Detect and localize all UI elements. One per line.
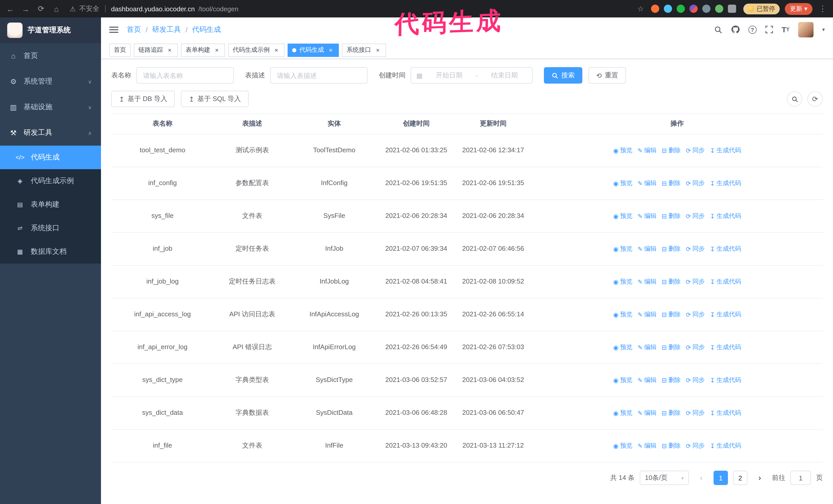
sidebar-item-db-doc[interactable]: ▦ 数据库文档 [0,240,101,264]
kebab-menu-icon[interactable]: ⋮ [818,4,828,13]
reset-button[interactable]: ⟲ 重置 [589,67,626,83]
tab-codegen[interactable]: 代码生成 × [288,43,339,57]
action-download-link[interactable]: ↧生成代码 [710,310,741,319]
action-sync-link[interactable]: ⟳同步 [686,211,705,221]
action-eye-link[interactable]: ◉预览 [613,178,632,188]
action-sync-link[interactable]: ⟳同步 [686,408,705,418]
action-edit-link[interactable]: ✎编辑 [638,310,657,319]
sidebar-item-system[interactable]: ⚙ 系统管理 ∨ [0,69,101,94]
toggle-search-button[interactable] [787,91,802,106]
action-edit-link[interactable]: ✎编辑 [638,408,657,418]
extensions-puzzle-icon[interactable] [728,5,736,13]
sidebar-item-system-api[interactable]: ⇌ 系统接口 [0,216,101,240]
table-name-input[interactable] [136,67,234,83]
import-db-button[interactable]: ↥ 基于 DB 导入 [111,91,175,107]
action-eye-link[interactable]: ◉预览 [613,408,632,418]
action-edit-link[interactable]: ✎编辑 [638,178,657,188]
paused-extension-badge[interactable]: 已暂停 [743,3,780,14]
action-sync-link[interactable]: ⟳同步 [686,244,705,254]
goto-page-input[interactable] [790,471,811,485]
action-edit-link[interactable]: ✎编辑 [638,211,657,221]
action-trash-link[interactable]: ⊟删除 [662,441,681,451]
page-button-1[interactable]: 1 [714,471,728,485]
action-eye-link[interactable]: ◉预览 [613,277,632,287]
action-sync-link[interactable]: ⟳同步 [686,146,705,155]
action-download-link[interactable]: ↧生成代码 [710,408,741,418]
action-trash-link[interactable]: ⊟删除 [662,178,681,188]
action-download-link[interactable]: ↧生成代码 [710,211,741,221]
action-edit-link[interactable]: ✎编辑 [638,441,657,451]
action-eye-link[interactable]: ◉预览 [613,244,632,254]
sidebar-item-devtools[interactable]: ⚒ 研发工具 ∧ [0,120,101,146]
logo[interactable]: 芋道管理系统 [0,18,101,43]
page-button-2[interactable]: 2 [733,471,747,485]
breadcrumb-codegen[interactable]: 代码生成 [192,25,221,34]
extension-icon-2[interactable] [664,5,672,13]
address-bar[interactable]: ⚠ 不安全 dashboard.yudao.iocoder.cn/tool/co… [67,4,644,13]
action-trash-link[interactable]: ⊟删除 [662,408,681,418]
avatar-caret-icon[interactable]: ▾ [822,27,825,32]
next-page-button[interactable]: › [753,471,767,485]
close-icon[interactable]: × [273,46,280,54]
forward-icon[interactable]: → [21,4,31,13]
table-desc-input[interactable] [270,67,367,83]
action-eye-link[interactable]: ◉预览 [613,375,632,385]
help-icon[interactable]: ? [748,25,756,33]
action-sync-link[interactable]: ⟳同步 [686,277,705,287]
close-icon[interactable]: × [374,46,381,54]
action-trash-link[interactable]: ⊟删除 [662,146,681,155]
close-icon[interactable]: × [213,46,220,54]
action-edit-link[interactable]: ✎编辑 [638,342,657,352]
github-icon[interactable] [731,25,739,34]
import-sql-button[interactable]: ↥ 基于 SQL 导入 [181,91,248,107]
action-download-link[interactable]: ↧生成代码 [710,375,741,385]
fullscreen-icon[interactable] [765,26,773,33]
sidebar-toggle-icon[interactable] [109,26,118,32]
back-icon[interactable]: ← [5,4,15,13]
close-icon[interactable]: × [327,46,334,54]
action-eye-link[interactable]: ◉预览 [613,441,632,451]
breadcrumb-devtools[interactable]: 研发工具 [152,25,181,34]
action-eye-link[interactable]: ◉预览 [613,310,632,319]
tab-codegen-demo[interactable]: 代码生成示例 × [228,43,285,57]
refresh-button[interactable]: ⟳ [807,91,823,106]
action-trash-link[interactable]: ⊟删除 [662,375,681,385]
action-download-link[interactable]: ↧生成代码 [710,342,741,352]
action-edit-link[interactable]: ✎编辑 [638,277,657,287]
action-download-link[interactable]: ↧生成代码 [710,178,741,188]
action-sync-link[interactable]: ⟳同步 [686,310,705,319]
action-eye-link[interactable]: ◉预览 [613,146,632,155]
action-download-link[interactable]: ↧生成代码 [710,441,741,451]
tab-form-builder[interactable]: 表单构建 × [181,43,225,57]
extension-icon-1[interactable] [651,5,659,13]
chrome-update-button[interactable]: 更新 ▾ [785,3,812,15]
sidebar-item-home[interactable]: ⌂ 首页 [0,43,101,69]
home-nav-icon[interactable]: ⌂ [51,4,62,13]
action-trash-link[interactable]: ⊟删除 [662,342,681,352]
action-trash-link[interactable]: ⊟删除 [662,211,681,221]
search-icon[interactable] [714,25,722,33]
reload-icon[interactable]: ⟳ [36,4,46,13]
avatar[interactable] [798,22,813,37]
action-sync-link[interactable]: ⟳同步 [686,178,705,188]
action-sync-link[interactable]: ⟳同步 [686,441,705,451]
security-label[interactable]: 不安全 [79,4,99,13]
font-size-icon[interactable]: TT [782,25,789,34]
extension-icon-6[interactable] [715,5,723,13]
action-download-link[interactable]: ↧生成代码 [710,146,741,155]
sidebar-item-codegen-demo[interactable]: ◈ 代码生成示例 [0,169,101,193]
action-trash-link[interactable]: ⊟删除 [662,310,681,319]
action-trash-link[interactable]: ⊟删除 [662,277,681,287]
action-download-link[interactable]: ↧生成代码 [710,277,741,287]
action-trash-link[interactable]: ⊟删除 [662,244,681,254]
sidebar-item-codegen[interactable]: </> 代码生成 [0,146,101,169]
extension-icon-4[interactable] [689,5,698,13]
action-eye-link[interactable]: ◉预览 [613,342,632,352]
extension-icon-5[interactable] [702,5,711,13]
extension-icon-3[interactable] [677,5,685,13]
page-size-select[interactable]: 10条/页 ▾ [640,471,689,485]
tab-home[interactable]: 首页 [109,43,131,57]
bookmark-star-icon[interactable]: ☆ [638,5,644,13]
tab-tracing[interactable]: 链路追踪 × [134,43,178,57]
action-eye-link[interactable]: ◉预览 [613,211,632,221]
